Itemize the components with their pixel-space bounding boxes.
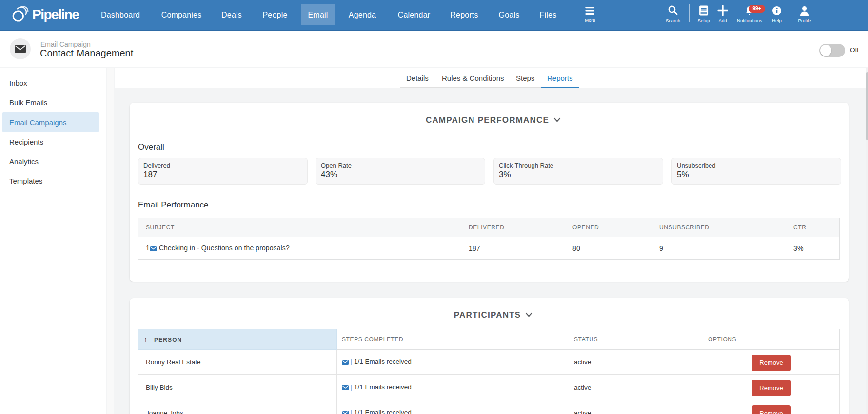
svg-text:Pipeline: Pipeline bbox=[32, 7, 79, 22]
